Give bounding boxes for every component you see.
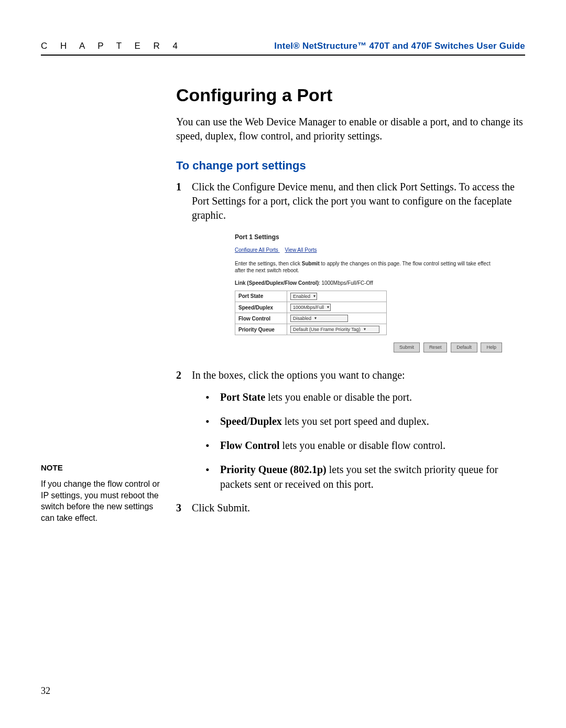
reset-button[interactable]: Reset	[423, 342, 448, 352]
select-flow-control-value: Disabled	[293, 315, 311, 322]
port-settings-panel: Port 1 Settings Configure All Ports View…	[235, 233, 502, 352]
chevron-down-icon: ▾	[364, 327, 366, 331]
rest-flow-control: lets you enable or disable flow control.	[280, 440, 446, 451]
label-priority-queue: Priority Queue	[235, 324, 287, 335]
screenshot-wrap: Port 1 Settings Configure All Ports View…	[235, 233, 525, 352]
default-button[interactable]: Default	[451, 342, 477, 352]
link-configure-all-ports[interactable]: Configure All Ports	[235, 247, 278, 253]
row-priority-queue: Priority Queue Default (Use Frame Priori…	[235, 324, 387, 335]
help-button[interactable]: Help	[481, 342, 502, 352]
content-grid: NOTE If you change the flow control or I…	[41, 85, 525, 524]
chapter-label: C H A P T E R 4	[41, 41, 183, 51]
chevron-down-icon: ▾	[313, 294, 315, 298]
cell-port-state: Enabled ▾	[287, 291, 387, 302]
select-port-state[interactable]: Enabled ▾	[290, 293, 317, 300]
step-2: In the boxes, click the options you want…	[176, 368, 525, 491]
guide-title: Intel® NetStructure™ 470T and 470F Switc…	[274, 41, 525, 51]
chevron-down-icon: ▾	[327, 305, 329, 309]
label-flow-control: Flow Control	[235, 313, 287, 324]
select-flow-control[interactable]: Disabled ▾	[290, 315, 348, 322]
settings-table: Port State Enabled ▾ Spe	[235, 291, 387, 335]
term-flow-control: Flow Control	[220, 440, 280, 451]
row-flow-control: Flow Control Disabled ▾	[235, 313, 387, 324]
cell-speed-duplex: 1000Mbps/Full ▾	[287, 302, 387, 313]
rest-port-state: lets you enable or disable the port.	[265, 391, 412, 403]
panel-instruction: Enter the settings, then click Submit to…	[235, 260, 502, 274]
button-row: Submit Reset Default Help	[235, 342, 502, 352]
step-3-text: Click Submit.	[192, 502, 250, 513]
rest-speed-duplex: lets you set port speed and duplex.	[282, 415, 429, 427]
bullet-port-state: Port State lets you enable or disable th…	[205, 390, 525, 404]
sidebar-spacer	[41, 85, 166, 463]
cell-priority-queue: Default (Use Frame Priority Tag) ▾	[287, 324, 387, 335]
bullet-list: Port State lets you enable or disable th…	[205, 390, 525, 491]
step-2-lead: In the boxes, click the options you want…	[192, 369, 405, 381]
sidebar-column: NOTE If you change the flow control or I…	[41, 85, 166, 524]
page: C H A P T E R 4 Intel® NetStructure™ 470…	[0, 0, 566, 728]
bullet-priority-queue: Priority Queue (802.1p) lets you set the…	[205, 462, 525, 491]
link-view-all-ports[interactable]: View All Ports	[285, 247, 317, 253]
term-port-state: Port State	[220, 391, 265, 403]
select-speed-duplex[interactable]: 1000Mbps/Full ▾	[290, 304, 331, 311]
submit-button[interactable]: Submit	[394, 342, 420, 352]
term-priority-queue: Priority Queue (802.1p)	[220, 464, 326, 475]
link-status-label: Link (Speed/Duplex/Flow Control)	[235, 280, 319, 286]
note-body: If you change the flow control or IP set…	[41, 478, 166, 523]
page-number: 32	[41, 686, 50, 697]
label-speed-duplex: Speed/Duplex	[235, 302, 287, 313]
step-3: Click Submit.	[176, 501, 525, 515]
intro-paragraph: You can use the Web Device Manager to en…	[176, 115, 525, 143]
term-speed-duplex: Speed/Duplex	[220, 415, 282, 427]
note-heading: NOTE	[41, 463, 166, 473]
label-port-state: Port State	[235, 291, 287, 302]
chevron-down-icon: ▾	[314, 316, 317, 320]
bullet-flow-control: Flow Control lets you enable or disable …	[205, 438, 525, 453]
steps-list: Click the Configure Device menu, and the…	[176, 180, 525, 515]
select-speed-duplex-value: 1000Mbps/Full	[293, 304, 324, 311]
main-column: Configuring a Port You can use the Web D…	[176, 85, 525, 524]
bullet-speed-duplex: Speed/Duplex lets you set port speed and…	[205, 414, 525, 429]
instr-bold: Submit	[302, 261, 320, 266]
panel-links: Configure All Ports View All Ports	[235, 247, 502, 254]
cell-flow-control: Disabled ▾	[287, 313, 387, 324]
instr-pre: Enter the settings, then click	[235, 261, 302, 266]
step-1-text: Click the Configure Device menu, and the…	[192, 181, 515, 221]
section-title: Configuring a Port	[176, 85, 525, 105]
select-priority-queue[interactable]: Default (Use Frame Priority Tag) ▾	[290, 326, 379, 333]
panel-title: Port 1 Settings	[235, 233, 502, 241]
link-status-value: : 1000Mbps/Full/FC-Off	[319, 280, 373, 286]
row-speed-duplex: Speed/Duplex 1000Mbps/Full ▾	[235, 302, 387, 313]
select-priority-queue-value: Default (Use Frame Priority Tag)	[293, 326, 361, 333]
link-status-line: Link (Speed/Duplex/Flow Control): 1000Mb…	[235, 280, 502, 287]
subheading: To change port settings	[176, 159, 525, 173]
step-1: Click the Configure Device menu, and the…	[176, 180, 525, 352]
running-header: C H A P T E R 4 Intel® NetStructure™ 470…	[41, 41, 525, 56]
select-port-state-value: Enabled	[293, 293, 310, 299]
row-port-state: Port State Enabled ▾	[235, 291, 387, 302]
